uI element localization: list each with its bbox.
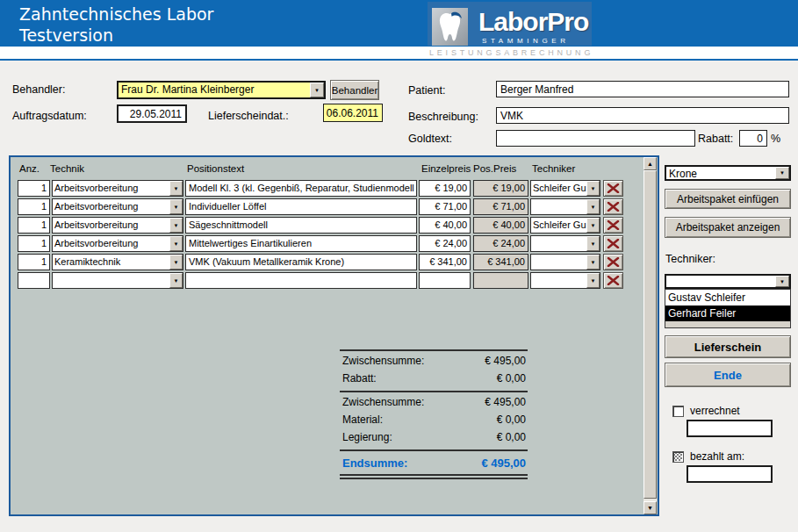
ende-button[interactable]: Ende [665, 363, 791, 387]
pospreis-field: € 341,00 [473, 254, 528, 270]
chevron-down-icon[interactable]: ▼ [586, 199, 600, 214]
bezahlt-am-checkbox[interactable] [672, 451, 684, 463]
technik-combo[interactable]: Arbeitsvorbereitung ▼ [52, 217, 183, 234]
techniker-select-combo-value [666, 276, 775, 287]
anz-field[interactable]: 1 [18, 198, 50, 215]
arbeitspaket-einfuegen-button[interactable]: Arbeitspaket einfügen [665, 189, 791, 209]
techniker-combo-value [531, 273, 586, 288]
technik-combo[interactable]: Arbeitsvorbereitung ▼ [52, 180, 183, 197]
bezahlt-am-field[interactable] [687, 465, 773, 483]
technik-combo-value: Arbeitsvorbereitung [53, 218, 169, 233]
arbeitspaket-anzeigen-button[interactable]: Arbeitspaket anzeigen [665, 217, 791, 238]
behandler-combo[interactable]: Frau Dr. Martina Kleinberger ▼ [117, 81, 326, 99]
beschreibung-field[interactable]: VMK [496, 107, 789, 124]
technik-combo-value: Arbeitsvorbereitung [53, 236, 169, 251]
technik-combo[interactable]: ▼ [52, 272, 183, 289]
anz-field[interactable] [18, 272, 50, 289]
positionstext-field[interactable]: VMK (Vakuum Metallkeramik Krone) [185, 254, 417, 270]
behandler-button[interactable]: Behandler [330, 80, 379, 100]
technik-combo[interactable]: Arbeitsvorbereitung ▼ [52, 198, 183, 215]
chevron-down-icon[interactable]: ▼ [586, 218, 600, 233]
techniker-combo[interactable]: ▼ [530, 272, 600, 289]
delete-record-icon [607, 183, 620, 193]
techniker-combo-value [531, 236, 586, 251]
chevron-down-icon[interactable]: ▼ [586, 181, 600, 196]
verrechnet-field[interactable] [687, 420, 773, 437]
behandler-combo-value: Frau Dr. Martina Kleinberger [119, 83, 310, 97]
einzelpreis-field[interactable]: € 71,00 [419, 198, 471, 215]
positionstext-field[interactable]: Sägeschnittmodell [185, 217, 417, 234]
techniker-list-item[interactable]: Gustav Schleifer [665, 290, 790, 306]
techniker-select-combo[interactable]: ▼ [665, 274, 791, 289]
scroll-down-icon[interactable]: ▼ [643, 501, 657, 514]
logo-tagline: LEISTUNGSABRECHNUNG [429, 48, 593, 57]
einzelpreis-field[interactable] [419, 272, 471, 289]
logo-sub-text: STAMMINGER [482, 37, 570, 45]
positionstext-field[interactable]: Modell Kl. 3 (kl. Gegenbiß, Reparatur, S… [185, 180, 417, 197]
positionstext-field[interactable] [185, 272, 417, 289]
logo-brand-text: LaborPro [478, 7, 588, 37]
einzelpreis-field[interactable]: € 341,00 [419, 254, 471, 270]
tooth-icon [432, 8, 468, 46]
anz-field[interactable]: 1 [18, 180, 50, 197]
technik-combo[interactable]: Arbeitsvorbereitung ▼ [52, 235, 183, 252]
delete-row-button[interactable] [603, 198, 623, 215]
delete-row-button[interactable] [603, 217, 623, 234]
einzelpreis-field[interactable]: € 24,00 [419, 235, 471, 252]
anz-field[interactable]: 1 [18, 217, 50, 234]
chevron-down-icon[interactable]: ▼ [169, 255, 183, 270]
chevron-down-icon[interactable]: ▼ [310, 83, 324, 97]
delete-record-icon [607, 239, 620, 248]
anz-field[interactable]: 1 [18, 254, 50, 270]
chevron-down-icon[interactable]: ▼ [775, 167, 789, 179]
lieferscheindatum-field[interactable]: 06.06.2011 [323, 104, 383, 122]
header-bar: Zahntechnisches Labor Testversion [0, 0, 798, 47]
pospreis-field [473, 272, 528, 289]
beschreibung-label: Beschreibung: [408, 111, 478, 123]
techniker-combo[interactable]: ▼ [530, 254, 600, 270]
anz-field[interactable]: 1 [18, 235, 50, 252]
lieferschein-button[interactable]: Lieferschein [665, 335, 791, 358]
techniker-combo[interactable]: Schleifer Gu ▼ [530, 217, 600, 234]
chevron-down-icon[interactable]: ▼ [169, 218, 183, 233]
techniker-combo[interactable]: ▼ [530, 198, 600, 215]
chevron-down-icon[interactable]: ▼ [775, 276, 789, 287]
pospreis-field: € 71,00 [473, 198, 528, 215]
summary-label: Legierung: [342, 431, 392, 445]
delete-row-button[interactable] [603, 235, 623, 252]
delete-row-button[interactable] [603, 254, 623, 270]
techniker-combo[interactable]: Schleifer Gu ▼ [530, 180, 600, 197]
delete-row-button[interactable] [603, 272, 623, 289]
chevron-down-icon[interactable]: ▼ [169, 181, 183, 196]
chevron-down-icon[interactable]: ▼ [586, 236, 600, 251]
scrollbar-thumb[interactable] [643, 170, 657, 499]
chevron-down-icon[interactable]: ▼ [169, 236, 183, 251]
scroll-up-icon[interactable]: ▲ [643, 157, 657, 170]
techniker-combo-value: Schleifer Gu [531, 181, 586, 196]
verrechnet-checkbox[interactable] [672, 406, 684, 417]
techniker-combo[interactable]: ▼ [530, 235, 600, 252]
arbeitspaket-combo[interactable]: Krone ▼ [665, 165, 791, 181]
auftragsdatum-label: Auftragsdatum: [12, 110, 87, 122]
auftragsdatum-field[interactable]: 29.05.2011 [117, 104, 187, 123]
techniker-list-item-selected[interactable]: Gerhard Feiler [665, 306, 790, 321]
col-header-anz: Anz. [19, 163, 40, 174]
patient-field[interactable]: Berger Manfred [496, 81, 789, 97]
chevron-down-icon[interactable]: ▼ [586, 273, 600, 288]
positionstext-field[interactable]: Individueller Löffel [185, 198, 417, 215]
table-scrollbar[interactable]: ▲ ▼ [643, 157, 657, 514]
techniker-listbox[interactable]: Gustav Schleifer Gerhard Feiler [665, 289, 791, 328]
chevron-down-icon[interactable]: ▼ [586, 255, 600, 270]
rabatt-field[interactable]: 0 [739, 130, 767, 147]
technik-combo[interactable]: Keramiktechnik ▼ [52, 254, 183, 270]
behandler-label: Behandler: [12, 83, 65, 96]
goldtext-field[interactable] [496, 130, 695, 147]
chevron-down-icon[interactable]: ▼ [169, 273, 183, 288]
summary-label: Material: [342, 413, 383, 428]
delete-row-button[interactable] [603, 180, 623, 197]
einzelpreis-field[interactable]: € 40,00 [419, 217, 471, 234]
chevron-down-icon[interactable]: ▼ [169, 199, 183, 214]
einzelpreis-field[interactable]: € 19,00 [419, 180, 471, 197]
positionstext-field[interactable]: Mittelwertiges Einartikulieren [185, 235, 417, 252]
rabatt-label: Rabatt: [698, 133, 733, 145]
